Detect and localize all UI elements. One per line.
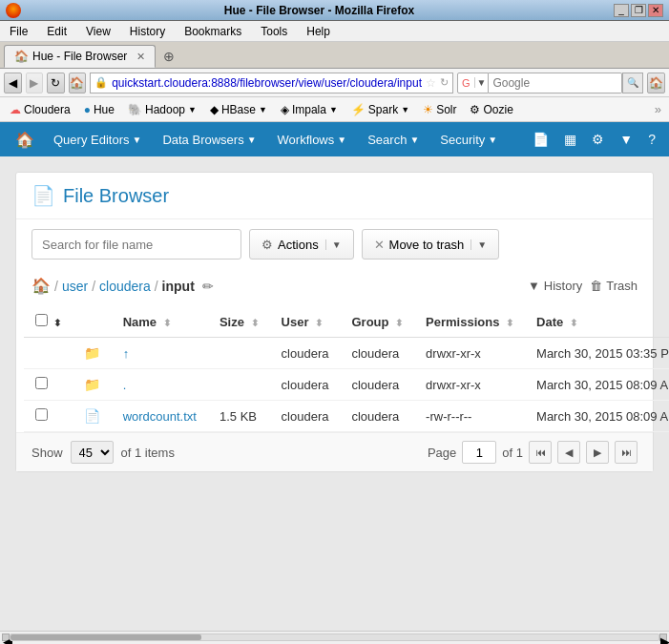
impala-caret[interactable]: ▼ xyxy=(329,105,338,114)
file-search-input[interactable] xyxy=(31,229,241,260)
edit-path-icon[interactable]: ✏ xyxy=(202,279,214,294)
home-button[interactable]: 🏠 xyxy=(69,73,87,93)
menu-tools[interactable]: Tools xyxy=(255,23,293,40)
grid-view-icon[interactable]: ▦ xyxy=(558,128,582,151)
prev-page-button[interactable]: ◀ xyxy=(557,441,580,464)
menu-history[interactable]: History xyxy=(124,23,171,40)
browser-tab[interactable]: 🏠 Hue - File Browser ✕ xyxy=(4,45,156,68)
nav-query-editors[interactable]: Query Editors ▼ xyxy=(44,129,151,151)
browser-search-input[interactable] xyxy=(489,73,622,93)
nav-workflows[interactable]: Workflows ▼ xyxy=(268,129,357,151)
actions-caret[interactable]: ▼ xyxy=(325,239,342,250)
minimize-button[interactable]: _ xyxy=(614,4,629,17)
app-home-button[interactable]: 🏠 xyxy=(8,127,42,153)
page-title: File Browser xyxy=(63,185,169,207)
size-header[interactable]: Size ⬍ xyxy=(208,306,270,338)
close-button[interactable]: ✕ xyxy=(648,4,663,17)
cloudera-icon: ☁ xyxy=(10,103,21,116)
bookmark-solr[interactable]: ☀ Solr xyxy=(417,101,462,118)
file-name-link[interactable]: . xyxy=(123,378,127,392)
new-document-icon[interactable]: 📄 xyxy=(527,128,554,151)
file-name-link[interactable]: ↑ xyxy=(123,346,130,361)
scrollbar-thumb[interactable] xyxy=(10,634,201,640)
forward-button[interactable]: ▶ xyxy=(26,73,44,93)
menu-edit[interactable]: Edit xyxy=(41,23,73,40)
gear-icon: ⚙ xyxy=(261,238,273,252)
breadcrumb-user[interactable]: user xyxy=(62,279,88,294)
bookmark-hue[interactable]: ● Hue xyxy=(78,101,120,118)
permissions-header[interactable]: Permissions ⬍ xyxy=(414,306,525,338)
nav-search[interactable]: Search ▼ xyxy=(358,129,429,151)
user-sort-icon: ⬍ xyxy=(315,318,323,328)
select-all-checkbox[interactable] xyxy=(35,314,48,326)
history-button[interactable]: ▼ History xyxy=(528,279,582,293)
bookmark-cloudera[interactable]: ☁ Cloudera xyxy=(4,101,76,118)
row-checkbox[interactable] xyxy=(35,377,48,389)
restore-button[interactable]: ❐ xyxy=(631,4,646,17)
horizontal-scrollbar[interactable]: ◀ ▶ xyxy=(0,631,669,642)
per-page-select[interactable]: 45 xyxy=(71,441,114,464)
home-breadcrumb-icon[interactable]: 🏠 xyxy=(31,277,51,295)
menubar: File Edit View History Bookmarks Tools H… xyxy=(0,21,669,42)
table-row: 📄 wordcount.txt 1.5 KB cloudera cloudera… xyxy=(24,401,669,432)
spark-icon: ⚡ xyxy=(351,103,366,116)
search-engine-selector[interactable]: G ▼ xyxy=(457,73,489,93)
settings-icon[interactable]: ⚙ xyxy=(586,128,610,151)
menu-file[interactable]: File xyxy=(4,23,33,40)
scroll-right-button[interactable]: ▶ xyxy=(659,634,667,641)
address-refresh-icon[interactable]: ↻ xyxy=(440,76,449,89)
move-to-trash-button[interactable]: ✕ Move to trash ▼ xyxy=(362,229,500,260)
table-row: 📁 ↑ cloudera cloudera drwxr-xr-x March 3… xyxy=(24,338,669,369)
nav-data-browsers[interactable]: Data Browsers ▼ xyxy=(153,129,265,151)
date-header[interactable]: Date ⬍ xyxy=(525,306,669,338)
bookmark-impala[interactable]: ◈ Impala ▼ xyxy=(275,101,344,118)
actions-button[interactable]: ⚙ Actions ▼ xyxy=(249,229,354,260)
trash-caret[interactable]: ▼ xyxy=(470,239,487,250)
bookmark-oozie[interactable]: ⚙ Oozie xyxy=(464,101,518,118)
reload-button[interactable]: ↻ xyxy=(47,73,65,93)
menu-help[interactable]: Help xyxy=(301,23,336,40)
page-number-input[interactable] xyxy=(462,441,496,464)
search-submit-button[interactable]: 🔍 xyxy=(622,73,643,93)
hadoop-caret[interactable]: ▼ xyxy=(188,105,197,114)
bookmarks-overflow-button[interactable]: » xyxy=(651,102,665,116)
search-engine-caret[interactable]: ▼ xyxy=(474,77,489,88)
name-header[interactable]: Name ⬍ xyxy=(112,306,208,338)
bookmark-hbase[interactable]: ◆ HBase ▼ xyxy=(204,101,273,118)
bookmark-star-icon[interactable]: ☆ xyxy=(426,76,436,90)
address-bar[interactable]: 🔒 quickstart.cloudera:8888/filebrowser/v… xyxy=(90,73,453,93)
help-icon[interactable]: ? xyxy=(642,128,661,151)
bookmark-spark[interactable]: ⚡ Spark ▼ xyxy=(345,101,415,118)
last-page-button[interactable]: ⏭ xyxy=(615,441,638,464)
row-group-cell: cloudera xyxy=(340,338,414,369)
first-page-button[interactable]: ⏮ xyxy=(529,441,552,464)
page-header: 📄 File Browser xyxy=(16,173,653,219)
new-tab-button[interactable]: ⊕ xyxy=(156,45,182,68)
spark-caret[interactable]: ▼ xyxy=(401,105,409,114)
caret-down-icon[interactable]: ▼ xyxy=(614,128,638,151)
page-label: Page xyxy=(428,446,456,460)
file-name-link[interactable]: wordcount.txt xyxy=(123,409,197,424)
scroll-left-button[interactable]: ◀ xyxy=(2,634,10,641)
file-table: ⬍ Name ⬍ Size ⬍ User ⬍ xyxy=(24,306,669,432)
trash-nav-button[interactable]: 🗑 Trash xyxy=(590,279,638,293)
group-header[interactable]: Group ⬍ xyxy=(340,306,414,338)
address-url[interactable]: quickstart.cloudera:8888/filebrowser/vie… xyxy=(112,76,422,90)
hbase-caret[interactable]: ▼ xyxy=(259,105,267,114)
scrollbar-track[interactable] xyxy=(10,634,659,641)
nav-security[interactable]: Security ▼ xyxy=(430,129,507,151)
bookmark-hadoop[interactable]: 🐘 Hadoop ▼ xyxy=(122,101,202,118)
menu-bookmarks[interactable]: Bookmarks xyxy=(178,23,247,40)
web-home-button[interactable]: 🏠 xyxy=(647,73,665,93)
tab-close-icon[interactable]: ✕ xyxy=(136,51,145,63)
titlebar: Hue - File Browser - Mozilla Firefox _ ❐… xyxy=(0,0,669,21)
next-page-button[interactable]: ▶ xyxy=(586,441,609,464)
breadcrumb-cloudera[interactable]: cloudera xyxy=(99,279,151,294)
menu-view[interactable]: View xyxy=(80,23,116,40)
window-controls[interactable]: _ ❐ ✕ xyxy=(614,4,663,17)
select-all-header: ⬍ xyxy=(24,306,73,338)
sort-header-icon[interactable]: ⬍ xyxy=(53,318,61,328)
user-header[interactable]: User ⬍ xyxy=(270,306,341,338)
back-button[interactable]: ◀ xyxy=(4,73,22,93)
row-checkbox[interactable] xyxy=(35,408,48,421)
